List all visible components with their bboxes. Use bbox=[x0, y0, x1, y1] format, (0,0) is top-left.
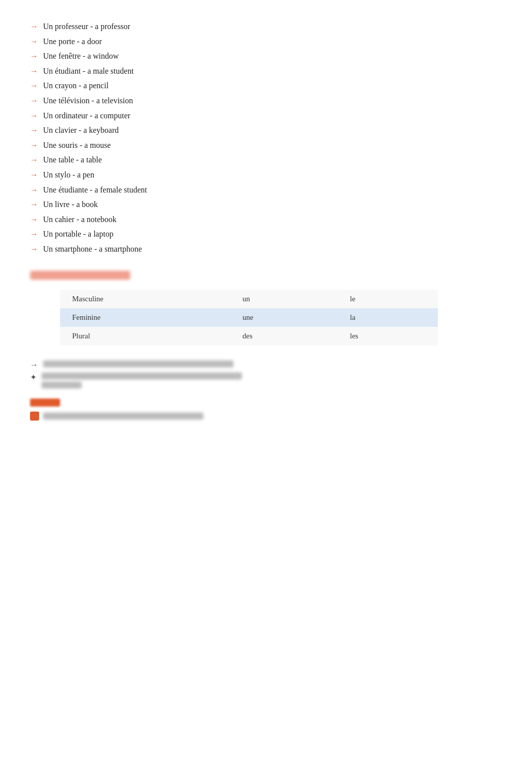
vocab-item: →Un smartphone - a smartphone bbox=[30, 243, 502, 256]
vocab-text: Un étudiant - a male student bbox=[43, 65, 134, 78]
vocab-item: →Une étudiante - a female student bbox=[30, 183, 502, 197]
vocab-arrow: → bbox=[30, 213, 38, 226]
grammar-table: Masculine un le Feminine une la Plural d… bbox=[60, 290, 438, 345]
footer-label bbox=[30, 399, 60, 407]
vocab-item: →Un cahier - a notebook bbox=[30, 213, 502, 226]
vocab-item: →Un portable - a laptop bbox=[30, 228, 502, 241]
grammar-row: Plural des les bbox=[60, 327, 438, 345]
vocab-arrow: → bbox=[30, 168, 38, 181]
note-text-1 bbox=[43, 360, 233, 367]
vocab-item: →Un étudiant - a male student bbox=[30, 65, 502, 78]
vocab-text: Une télévision - a television bbox=[43, 94, 133, 107]
vocab-arrow: → bbox=[30, 124, 38, 137]
note-text-2 bbox=[42, 372, 242, 388]
grammar-indefinite: un bbox=[230, 290, 338, 308]
grammar-indefinite: des bbox=[230, 327, 338, 345]
vocab-text: Un smartphone - a smartphone bbox=[43, 243, 142, 256]
vocab-arrow: → bbox=[30, 65, 38, 78]
vocab-arrow: → bbox=[30, 228, 38, 241]
footer-icon bbox=[30, 412, 39, 421]
vocabulary-list: →Un professeur - a professor→Une porte -… bbox=[30, 20, 502, 256]
vocab-item: →Une table - a table bbox=[30, 153, 502, 166]
vocab-item: →Un ordinateur - a computer bbox=[30, 109, 502, 122]
vocab-arrow: → bbox=[30, 35, 38, 48]
vocab-item: →Un livre - a book bbox=[30, 198, 502, 211]
footer-section bbox=[30, 399, 502, 421]
footer-link bbox=[30, 412, 502, 421]
vocab-text: Un clavier - a keyboard bbox=[43, 124, 119, 137]
vocab-item: →Un crayon - a pencil bbox=[30, 79, 502, 92]
vocab-arrow: → bbox=[30, 153, 38, 166]
vocab-text: Un cahier - a notebook bbox=[43, 213, 117, 226]
grammar-gender: Masculine bbox=[60, 290, 230, 308]
grammar-row: Masculine un le bbox=[60, 290, 438, 308]
vocab-item: →Un stylo - a pen bbox=[30, 168, 502, 181]
grammar-definite: la bbox=[338, 308, 438, 327]
vocab-arrow: → bbox=[30, 198, 38, 211]
vocab-item: →Une porte - a door bbox=[30, 35, 502, 48]
vocab-text: Un ordinateur - a computer bbox=[43, 109, 130, 122]
grammar-definite: les bbox=[338, 327, 438, 345]
vocab-item: →Une souris - a mouse bbox=[30, 139, 502, 152]
vocab-arrow: → bbox=[30, 183, 38, 197]
vocab-arrow: → bbox=[30, 243, 38, 256]
vocab-arrow: → bbox=[30, 139, 38, 152]
vocab-arrow: → bbox=[30, 94, 38, 107]
vocab-text: Un livre - a book bbox=[43, 198, 98, 211]
vocab-text: Une fenêtre - a window bbox=[43, 50, 119, 63]
vocab-arrow: → bbox=[30, 50, 38, 63]
vocab-text: Une étudiante - a female student bbox=[43, 183, 147, 197]
vocab-text: Un stylo - a pen bbox=[43, 168, 94, 181]
grammar-gender: Feminine bbox=[60, 308, 230, 327]
grammar-gender: Plural bbox=[60, 327, 230, 345]
grammar-row: Feminine une la bbox=[60, 308, 438, 327]
vocab-text: Un crayon - a pencil bbox=[43, 79, 109, 92]
vocab-text: Une souris - a mouse bbox=[43, 139, 111, 152]
vocab-text: Un professeur - a professor bbox=[43, 20, 130, 33]
vocab-text: Un portable - a laptop bbox=[43, 228, 113, 241]
note-bullet-2: ✦ bbox=[30, 372, 37, 382]
vocab-item: →Un professeur - a professor bbox=[30, 20, 502, 33]
vocab-arrow: → bbox=[30, 109, 38, 122]
footer-link-text bbox=[43, 413, 203, 420]
grammar-indefinite: une bbox=[230, 308, 338, 327]
notes-section: → ✦ bbox=[30, 360, 502, 388]
vocab-arrow: → bbox=[30, 20, 38, 33]
vocab-item: →Un clavier - a keyboard bbox=[30, 124, 502, 137]
section-heading-blurred bbox=[30, 271, 130, 280]
vocab-text: Une porte - a door bbox=[43, 35, 102, 48]
vocab-text: Une table - a table bbox=[43, 153, 102, 166]
vocab-item: →Une fenêtre - a window bbox=[30, 50, 502, 63]
grammar-definite: le bbox=[338, 290, 438, 308]
vocab-arrow: → bbox=[30, 79, 38, 92]
note-arrow-1: → bbox=[30, 360, 38, 369]
vocab-item: →Une télévision - a television bbox=[30, 94, 502, 107]
